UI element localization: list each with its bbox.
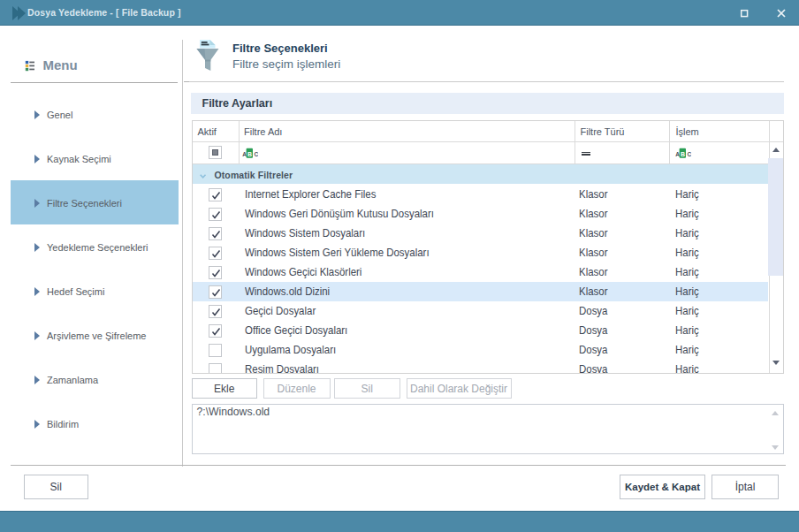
- svg-text:A: A: [242, 151, 247, 157]
- svg-text:C: C: [688, 151, 691, 157]
- svg-text:A: A: [675, 151, 680, 157]
- svg-text:B: B: [247, 151, 252, 157]
- svg-text:C: C: [255, 151, 258, 157]
- svg-text:B: B: [681, 151, 685, 157]
